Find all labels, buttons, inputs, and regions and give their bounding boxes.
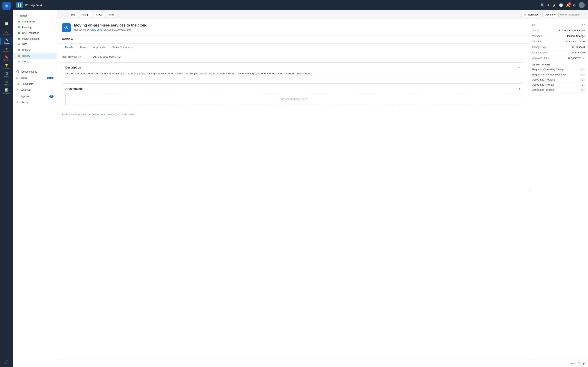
stage-close[interactable]: Close	[13, 59, 57, 64]
change-tabs: Details Tasks Approvals Status Comments	[57, 44, 529, 51]
close-button[interactable]: Close	[93, 12, 105, 17]
assoc-count-2: 0	[580, 78, 585, 81]
stage-implementation[interactable]: Implementation	[13, 36, 57, 42]
sidebar-item-cmdb[interactable]: ⊞ CMDB	[0, 79, 13, 87]
sidebar-nav-approvals[interactable]: ✓ Approvals 9	[13, 93, 57, 99]
problems-icon: ⚠	[5, 30, 8, 34]
svg-rect-3	[20, 3, 21, 5]
assoc-count-0: 0	[580, 68, 585, 71]
status-stage-dot	[574, 30, 576, 31]
stage-dot-close	[18, 60, 20, 63]
approval-check-icon: ✔	[583, 57, 585, 59]
diamond-icon-btn[interactable]: ♦	[548, 3, 549, 7]
info-row-workflow: Workflow Standard Change	[532, 33, 585, 39]
content-area: ≡ Stages Submission Planning CAB Evaluat…	[13, 10, 588, 367]
workflow-label: Workflow	[532, 35, 542, 38]
sidebar-item-reports[interactable]: 📊 Reports	[0, 87, 13, 95]
sidebar-item-label: CMDB	[4, 84, 9, 86]
info-row-change-type: Change Type Standard	[532, 44, 585, 50]
sidebar-item-home[interactable]: ⌂ Home	[0, 12, 13, 20]
associations-title: ASSOCIATIONS	[532, 61, 585, 67]
notification-icon-btn[interactable]: 🔔 1	[566, 3, 570, 7]
change-title: Moving on-premises services to the cloud	[74, 23, 147, 27]
history-icon-btn[interactable]: 🕐	[559, 3, 563, 7]
updater-link[interactable]: Jendra John	[92, 113, 105, 116]
sidebar-item-releases[interactable]: 🔖 Releases	[0, 54, 13, 62]
top-bar-left: IT Help Desk	[16, 2, 43, 8]
sidebar-nav-history[interactable]: ↺ History	[13, 99, 57, 105]
approval-status-label: Approval Status	[532, 57, 550, 59]
print-button[interactable]: Print	[106, 12, 117, 17]
sidebar-nav-worklogs[interactable]: ⏱ Worklogs	[13, 87, 57, 93]
drop-zone[interactable]: Drag and drop files here	[65, 93, 520, 105]
sidebar-item-requests[interactable]: 📋 Requests	[0, 20, 13, 29]
stage-planning[interactable]: Planning	[13, 25, 57, 30]
change-owner-value: Jendra John	[571, 51, 585, 54]
tab-status-comments[interactable]: Status Comments	[108, 44, 136, 51]
actions-button[interactable]: Actions ▾	[543, 12, 559, 17]
stage-dot-review	[18, 55, 20, 57]
current-stage-label: Review	[57, 36, 529, 44]
stage-submission[interactable]: Submission	[13, 19, 57, 25]
approval-status-dot	[568, 57, 570, 59]
stage-dot-cab	[18, 32, 20, 34]
sidebar-item-changes[interactable]: ↻ Changes	[0, 37, 13, 45]
update-footer: Review details updated by Jendra John on…	[62, 111, 524, 118]
sidebar-item-label: Problems	[3, 34, 10, 36]
next-record-icon[interactable]: ›	[584, 13, 585, 16]
sidebar-item-assets[interactable]: 🖥 Assets	[0, 71, 13, 79]
sidebar-nav-tasks[interactable]: ☑ Tasks 5 / 5	[13, 75, 57, 81]
top-bar-right: 🔍 ♦ ⚡ 🕐 🔔 1 ⚙	[541, 2, 585, 8]
back-button[interactable]: ←	[60, 12, 67, 17]
worklogs-icon: ⏱	[16, 89, 19, 92]
requester-link[interactable]: Jake Long	[91, 28, 102, 31]
prev-record-icon[interactable]: ‹	[581, 13, 582, 16]
sidebar-item-solutions[interactable]: 💡 Solutions	[0, 62, 13, 71]
description-edit-icon[interactable]: ✏	[518, 66, 520, 69]
change-type-dot	[572, 46, 574, 48]
tab-details[interactable]: Details	[62, 44, 77, 51]
assign-button[interactable]: Assign	[79, 12, 92, 17]
sidebar-item-projects[interactable]: ◈ Projects	[0, 45, 13, 54]
stage-uat[interactable]: UAT	[13, 42, 57, 47]
reminders-icon: 🔔	[16, 83, 19, 85]
stages-title: ≡ Stages	[13, 13, 57, 19]
workflow-button[interactable]: ⇄ Workflow	[521, 12, 541, 17]
bolt-icon-btn[interactable]: ⚡	[552, 3, 556, 7]
sidebar-item-problems[interactable]: ⚠ Problems	[0, 29, 13, 37]
workflow-value: Standard Change	[566, 35, 585, 38]
actions-chevron-icon: ▾	[554, 13, 555, 16]
stage-cab-evaluation[interactable]: CAB Evaluation	[13, 30, 57, 36]
template-value: Standard change	[566, 40, 585, 43]
main-right-layout: Moving on-premises services to the cloud…	[57, 19, 588, 360]
search-icon-btn[interactable]: 🔍	[541, 3, 545, 7]
edit-bottom-icon[interactable]: ✎	[578, 361, 581, 365]
app-icon	[16, 2, 23, 8]
translate-icon[interactable]: ⟷	[571, 361, 576, 365]
assoc-label-3: Associated Projects	[532, 83, 554, 86]
review-date-row: Next Review On Apr 15, 2020 03:41 PM	[62, 55, 524, 58]
sidebar-nav-conversations[interactable]: 💬 Conversations	[13, 69, 57, 75]
attachments-title: Attachments	[65, 87, 83, 90]
sidebar-item-more[interactable]: ··· More	[0, 358, 13, 365]
assoc-count-1: 0	[580, 73, 585, 76]
add-attachment-button[interactable]: + ▾	[516, 87, 520, 91]
stage-release[interactable]: Release	[13, 47, 57, 53]
sidebar-item-label: Solutions	[3, 67, 10, 69]
settings-icon-btn[interactable]: ⚙	[573, 3, 576, 7]
user-avatar[interactable]	[579, 2, 585, 8]
approval-status-value: Approved ✔	[568, 57, 585, 59]
sidebar-item-label: More	[4, 362, 9, 364]
change-type-icon	[62, 23, 71, 32]
history-icon: ↺	[16, 101, 18, 104]
tab-approvals[interactable]: Approvals	[90, 44, 108, 51]
sidebar-nav-reminders[interactable]: 🔔 Reminders	[13, 81, 57, 87]
assoc-row-1: Requests that Initiated Change 0	[532, 72, 585, 77]
assoc-row-0: Requests Caused by Change 0	[532, 67, 585, 72]
edit-button[interactable]: Edit	[68, 12, 78, 17]
app-logo: IH	[2, 2, 11, 10]
tab-tasks[interactable]: Tasks	[77, 44, 90, 51]
info-row-status: Status In Progress / Review	[532, 28, 585, 33]
stage-review[interactable]: Review	[13, 53, 57, 59]
right-panel-toggle[interactable]: ›	[529, 187, 531, 192]
